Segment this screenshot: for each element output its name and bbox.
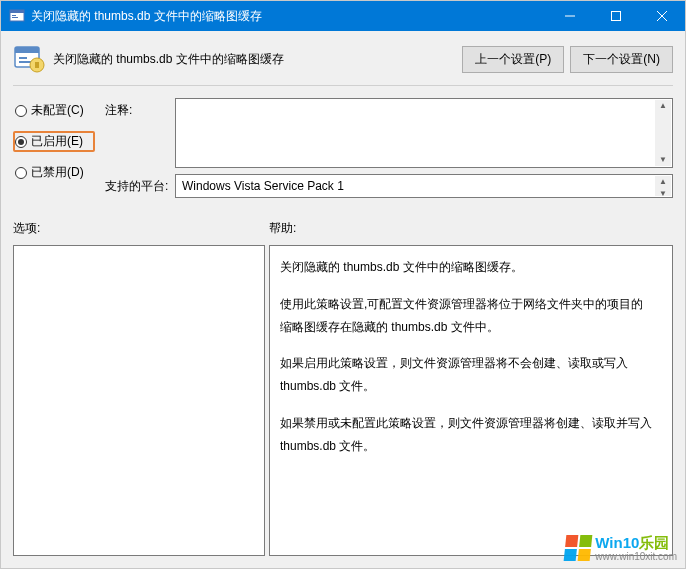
client-area: 关闭隐藏的 thumbs.db 文件中的缩略图缓存 上一个设置(P) 下一个设置… <box>1 31 685 568</box>
window-title: 关闭隐藏的 thumbs.db 文件中的缩略图缓存 <box>31 8 547 25</box>
watermark-url: www.win10xit.com <box>595 551 677 562</box>
watermark-brand: Win10乐园 <box>595 535 677 552</box>
watermark: Win10乐园 www.win10xit.com <box>565 535 677 563</box>
platform-scrollbar[interactable]: ▲▼ <box>655 176 671 196</box>
svg-rect-2 <box>12 15 16 16</box>
help-p2: 使用此策略设置,可配置文件资源管理器将位于网络文件夹中的项目的缩略图缓存在隐藏的… <box>280 293 652 339</box>
divider <box>13 85 673 86</box>
titlebar: 关闭隐藏的 thumbs.db 文件中的缩略图缓存 <box>1 1 685 31</box>
radio-enabled-label: 已启用(E) <box>31 133 83 150</box>
svg-rect-11 <box>19 61 31 63</box>
help-p4: 如果禁用或未配置此策略设置，则文件资源管理器将创建、读取并写入 thumbs.d… <box>280 412 652 458</box>
svg-rect-10 <box>19 57 27 59</box>
options-label: 选项: <box>13 220 269 237</box>
state-radios: 未配置(C) 已启用(E) 已禁用(D) <box>13 98 95 198</box>
help-p1: 关闭隐藏的 thumbs.db 文件中的缩略图缓存。 <box>280 256 652 279</box>
svg-rect-5 <box>612 12 621 21</box>
app-icon <box>9 8 25 24</box>
comment-textbox[interactable]: ▲▼ <box>175 98 673 168</box>
config-row: 未配置(C) 已启用(E) 已禁用(D) 注释: ▲▼ <box>13 98 673 198</box>
svg-rect-1 <box>10 10 24 13</box>
options-panel <box>13 245 265 556</box>
help-panel: 关闭隐藏的 thumbs.db 文件中的缩略图缓存。 使用此策略设置,可配置文件… <box>269 245 673 556</box>
policy-icon <box>13 43 45 75</box>
radio-enabled[interactable]: 已启用(E) <box>13 131 95 152</box>
svg-rect-9 <box>15 47 39 53</box>
platform-textbox: Windows Vista Service Pack 1 ▲▼ <box>175 174 673 198</box>
radio-disabled-label: 已禁用(D) <box>31 164 84 181</box>
svg-rect-3 <box>12 17 18 18</box>
radio-not-configured[interactable]: 未配置(C) <box>13 100 95 121</box>
next-setting-button[interactable]: 下一个设置(N) <box>570 46 673 73</box>
policy-title: 关闭隐藏的 thumbs.db 文件中的缩略图缓存 <box>53 51 284 68</box>
minimize-button[interactable] <box>547 1 593 31</box>
section-labels: 选项: 帮助: <box>13 220 673 237</box>
maximize-button[interactable] <box>593 1 639 31</box>
radio-disabled[interactable]: 已禁用(D) <box>13 162 95 183</box>
radio-not-configured-label: 未配置(C) <box>31 102 84 119</box>
svg-rect-13 <box>35 62 39 68</box>
windows-logo-icon <box>564 535 593 561</box>
close-button[interactable] <box>639 1 685 31</box>
prev-setting-button[interactable]: 上一个设置(P) <box>462 46 564 73</box>
comment-label: 注释: <box>105 98 169 119</box>
help-p3: 如果启用此策略设置，则文件资源管理器将不会创建、读取或写入 thumbs.db … <box>280 352 652 398</box>
platform-value: Windows Vista Service Pack 1 <box>182 179 344 193</box>
comment-scrollbar[interactable]: ▲▼ <box>655 100 671 166</box>
platform-label: 支持的平台: <box>105 174 169 195</box>
header-row: 关闭隐藏的 thumbs.db 文件中的缩略图缓存 上一个设置(P) 下一个设置… <box>13 43 673 75</box>
help-label: 帮助: <box>269 220 673 237</box>
bottom-panels: 关闭隐藏的 thumbs.db 文件中的缩略图缓存。 使用此策略设置,可配置文件… <box>13 245 673 556</box>
window-controls <box>547 1 685 31</box>
